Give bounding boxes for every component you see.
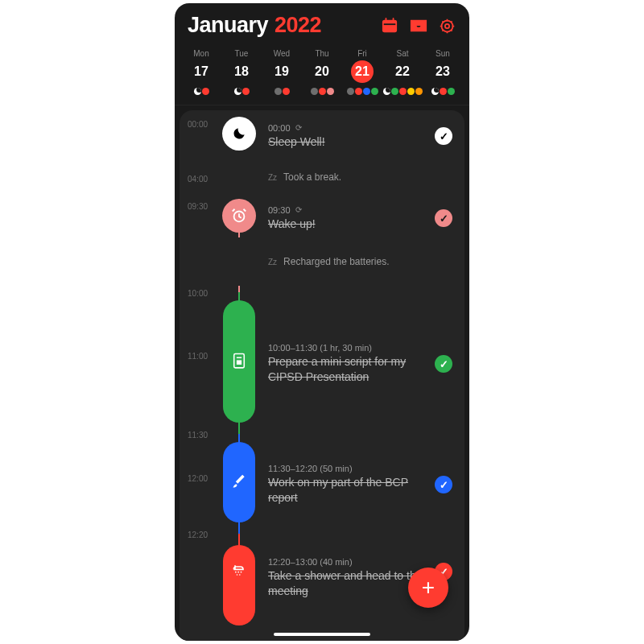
svg-point-5: [445, 23, 449, 27]
month-label: January: [188, 13, 268, 38]
home-indicator[interactable]: [274, 633, 370, 636]
svg-point-12: [241, 572, 242, 573]
day-mon[interactable]: Mon 17: [181, 47, 221, 97]
event-title: Prepare a mini script for my CIPSD Prese…: [268, 354, 427, 385]
settings-icon[interactable]: [439, 18, 456, 34]
title-group[interactable]: January 2022: [188, 13, 321, 38]
break-text: Recharged the batteries.: [283, 256, 389, 267]
event-time: 00:00⟳: [268, 123, 427, 133]
year-label: 2022: [275, 13, 321, 38]
day-wed[interactable]: Wed 19: [262, 47, 302, 97]
event-title: Take a shower and head to the meeting: [268, 568, 427, 599]
day-tue[interactable]: Tue 18: [221, 47, 262, 97]
header: January 2022: [175, 3, 469, 44]
day-thu[interactable]: Thu 20: [302, 47, 342, 97]
add-button[interactable]: +: [408, 568, 448, 608]
svg-point-14: [239, 574, 241, 576]
event-title: Wake up!: [268, 217, 427, 232]
gutter-time: 00:00: [188, 117, 220, 155]
svg-point-11: [237, 572, 239, 573]
day-sat[interactable]: Sat 22: [382, 47, 423, 97]
break-text: Took a break.: [283, 171, 341, 183]
event-title: Work on my part of the BCP report: [268, 475, 427, 506]
gutter-time: 09:30: [188, 199, 220, 237]
gutter-time: 10:00: [188, 286, 220, 300]
event-time: 10:00–11:30 (1 hr, 30 min): [268, 343, 427, 353]
doc-icon: [223, 300, 255, 423]
check-icon[interactable]: ✓: [435, 127, 452, 145]
alarm-icon: [222, 199, 256, 233]
brush-icon: [223, 442, 255, 522]
time-marker: 12:20: [180, 527, 464, 542]
header-actions: [381, 18, 456, 34]
event-sleep[interactable]: 00:00 00:00⟳ Sleep Well! ✓: [180, 117, 464, 155]
svg-rect-1: [384, 23, 396, 25]
svg-rect-9: [237, 360, 242, 365]
event-bcp[interactable]: 12:00 11:30–12:20 (50 min) Work on my pa…: [180, 442, 464, 527]
event-wake[interactable]: 09:30 09:30⟳ Wake up! ✓: [180, 199, 464, 237]
day-sun[interactable]: Sun 23: [423, 47, 463, 97]
svg-rect-3: [393, 18, 394, 22]
repeat-icon: ⟳: [295, 205, 302, 214]
event-title: Sleep Well!: [268, 134, 427, 150]
check-icon[interactable]: ✓: [435, 476, 452, 493]
gutter-time: 11:30: [188, 427, 220, 442]
shower-icon: [223, 545, 255, 625]
event-time: 12:20–13:00 (40 min): [268, 557, 427, 567]
gutter-time: 12:00: [188, 442, 220, 527]
moon-icon: [222, 117, 256, 151]
check-icon[interactable]: ✓: [435, 355, 452, 373]
timeline[interactable]: 00:00 00:00⟳ Sleep Well! ✓ 04:00 ZzTook …: [180, 110, 464, 641]
gutter-time: 04:00: [188, 171, 220, 184]
time-marker: 11:30: [180, 427, 464, 442]
calendar-icon[interactable]: [381, 18, 398, 34]
phone-frame: January 2022 Mon 17 Tue 18 Wed: [175, 3, 469, 641]
event-prepare[interactable]: 11:00 10:00–11:30 (1 hr, 30 min) Prepare…: [180, 300, 464, 427]
plus-icon: +: [422, 575, 435, 601]
time-marker: 10:00: [180, 286, 464, 300]
svg-point-13: [237, 574, 238, 576]
event-time: 09:30⟳: [268, 205, 427, 215]
break-row: 04:00 ZzTook a break.: [180, 155, 464, 199]
check-icon[interactable]: ✓: [435, 209, 452, 227]
sleep-zz-icon: Zz: [268, 173, 277, 182]
event-time: 11:30–12:20 (50 min): [268, 464, 427, 473]
svg-rect-2: [386, 18, 387, 22]
gutter-time: 12:20: [188, 527, 220, 542]
inbox-icon[interactable]: [410, 18, 427, 34]
svg-rect-0: [382, 19, 397, 31]
day-fri[interactable]: Fri 21: [342, 47, 382, 97]
gutter-time: [188, 542, 220, 614]
week-row: Mon 17 Tue 18 Wed 19 Thu 20 Fri 21 Sat 2…: [175, 44, 469, 105]
gutter-time: [188, 260, 220, 263]
repeat-icon: ⟳: [295, 123, 302, 132]
break-row: ZzRecharged the batteries.: [180, 237, 464, 286]
svg-point-10: [235, 572, 237, 573]
gutter-time: 11:00: [188, 300, 220, 427]
sleep-zz-icon: Zz: [268, 258, 277, 266]
